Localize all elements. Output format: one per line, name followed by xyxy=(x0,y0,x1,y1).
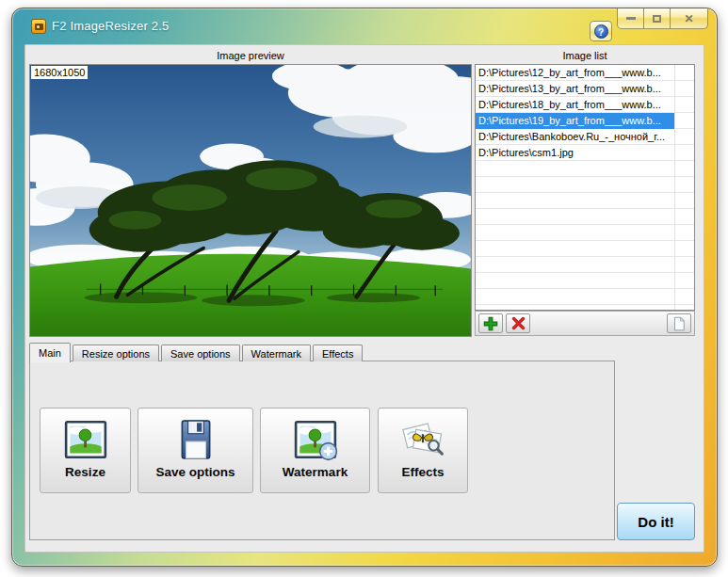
window-title: F2 ImageResizer 2.5 xyxy=(52,19,169,33)
remove-image-button[interactable] xyxy=(506,313,530,333)
new-page-button[interactable] xyxy=(667,313,691,333)
image-list[interactable]: D:\Pictures\12_by_art_from___www.b... D:… xyxy=(475,64,695,311)
image-preview-label: Image preview xyxy=(29,50,472,62)
remove-icon xyxy=(510,315,526,331)
do-it-button[interactable]: Do it! xyxy=(617,503,695,540)
blank-page-icon xyxy=(671,315,688,332)
title-bar[interactable]: F2 ImageResizer 2.5 ? ✕ xyxy=(12,8,717,44)
floppy-disk-icon xyxy=(173,416,218,463)
preview-photo xyxy=(30,65,471,336)
main-tab-panel: Resize Save opti xyxy=(29,361,615,540)
help-button[interactable]: ? xyxy=(590,21,612,41)
effects-photos-icon xyxy=(400,416,445,463)
caption-buttons: ✕ xyxy=(618,8,708,29)
list-toolbar xyxy=(475,311,695,336)
add-image-button[interactable] xyxy=(478,313,503,333)
maximize-button[interactable] xyxy=(643,8,671,29)
tab-bar: Main Resize options Save options Waterma… xyxy=(29,342,364,361)
list-item[interactable]: D:\Pictures\csm1.jpg xyxy=(476,145,674,161)
tab-effects[interactable]: Effects xyxy=(313,345,363,361)
close-button[interactable]: ✕ xyxy=(670,8,708,29)
image-list-label: Image list xyxy=(475,50,695,62)
tab-save-options[interactable]: Save options xyxy=(161,345,240,361)
minimize-button[interactable] xyxy=(617,8,644,29)
list-item[interactable]: D:\Pictures\Bankoboev.Ru_-_ночной_г... xyxy=(476,129,674,145)
tab-main[interactable]: Main xyxy=(29,343,71,362)
save-options-button[interactable]: Save options xyxy=(138,408,253,493)
screenshot-stage: F2 ImageResizer 2.5 ? ✕ Image preview Im… xyxy=(0,0,728,577)
add-icon xyxy=(482,315,499,332)
resize-label: Resize xyxy=(65,465,105,479)
list-item[interactable]: D:\Pictures\18_by_art_from___www.b... xyxy=(476,97,674,113)
tab-resize-options[interactable]: Resize options xyxy=(73,345,159,361)
effects-label: Effects xyxy=(401,465,444,479)
watermark-label: Watermark xyxy=(283,465,348,479)
image-preview: 1680x1050 xyxy=(29,64,472,337)
resize-image-icon xyxy=(63,416,108,463)
image-dimensions-label: 1680x1050 xyxy=(31,66,88,79)
help-icon: ? xyxy=(594,24,608,39)
watermark-button[interactable]: Watermark xyxy=(260,408,370,493)
app-window: F2 ImageResizer 2.5 ? ✕ Image preview Im… xyxy=(11,8,718,567)
tab-watermark[interactable]: Watermark xyxy=(242,345,311,361)
client-area: Image preview Image list 1680x1050 xyxy=(24,44,704,553)
save-options-label: Save options xyxy=(155,465,235,479)
maximize-icon xyxy=(653,15,661,23)
app-icon xyxy=(31,19,46,34)
watermark-image-icon xyxy=(293,416,338,463)
close-icon: ✕ xyxy=(684,12,693,25)
list-item-selected[interactable]: D:\Pictures\19_by_art_from___www.b... xyxy=(476,113,674,129)
resize-button[interactable]: Resize xyxy=(40,408,131,493)
minimize-icon xyxy=(626,17,636,20)
effects-button[interactable]: Effects xyxy=(378,408,468,493)
list-item[interactable]: D:\Pictures\12_by_art_from___www.b... xyxy=(476,65,674,81)
list-item[interactable]: D:\Pictures\13_by_art_from___www.b... xyxy=(476,81,674,97)
